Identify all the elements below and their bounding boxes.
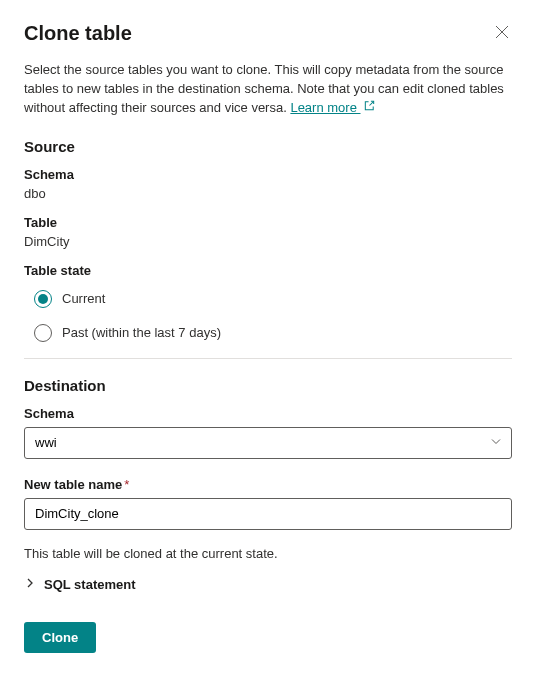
dialog-description: Select the source tables you want to clo… [24, 61, 512, 118]
radio-past[interactable]: Past (within the last 7 days) [24, 324, 512, 342]
new-table-name-input[interactable] [24, 498, 512, 530]
source-table-label: Table [24, 215, 512, 230]
sql-statement-label: SQL statement [44, 577, 136, 592]
source-schema-value: dbo [24, 186, 512, 201]
close-icon[interactable] [492, 22, 512, 42]
source-heading: Source [24, 138, 512, 155]
required-indicator: * [124, 477, 129, 492]
external-link-icon [363, 99, 376, 118]
clone-button[interactable]: Clone [24, 622, 96, 653]
table-state-label: Table state [24, 263, 512, 278]
radio-icon [34, 324, 52, 342]
sql-statement-expander[interactable]: SQL statement [24, 577, 512, 592]
radio-past-label: Past (within the last 7 days) [62, 325, 221, 340]
dest-schema-select[interactable] [24, 427, 512, 459]
radio-current[interactable]: Current [24, 290, 512, 308]
dialog-title: Clone table [24, 22, 132, 45]
radio-current-label: Current [62, 291, 105, 306]
clone-state-note: This table will be cloned at the current… [24, 546, 512, 561]
learn-more-link[interactable]: Learn more [290, 100, 360, 115]
svg-line-2 [369, 101, 373, 105]
chevron-right-icon [24, 577, 36, 592]
source-table-value: DimCity [24, 234, 512, 249]
dest-schema-label: Schema [24, 406, 512, 421]
radio-icon [34, 290, 52, 308]
new-table-name-label: New table name [24, 477, 122, 492]
destination-heading: Destination [24, 377, 512, 394]
divider [24, 358, 512, 359]
source-schema-label: Schema [24, 167, 512, 182]
